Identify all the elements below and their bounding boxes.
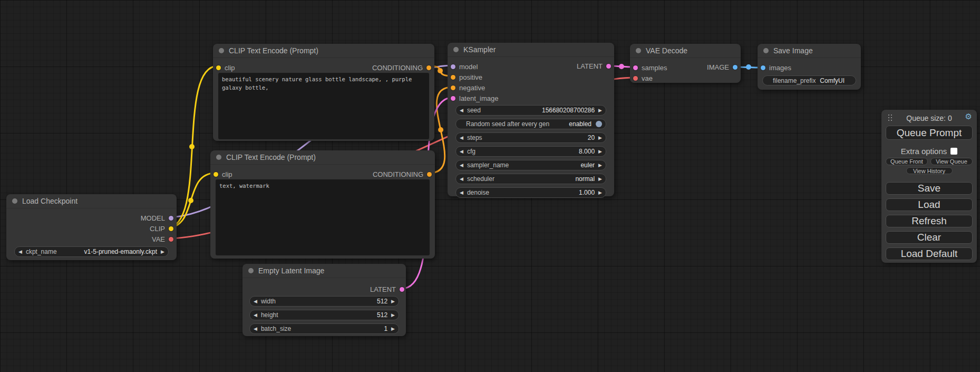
toggle-knob-icon[interactable] xyxy=(596,121,602,127)
queue-prompt-button[interactable]: Queue Prompt xyxy=(886,126,973,140)
node-title-bar[interactable]: Save Image xyxy=(758,44,861,58)
node-empty-latent-image[interactable]: Empty Latent Image LATENT ◀ width 512 ▶ … xyxy=(242,264,406,336)
random-seed-toggle-widget[interactable]: Random seed after every gen enabled xyxy=(455,119,606,129)
gear-icon[interactable]: ⚙ xyxy=(965,112,972,121)
node-clip-text-encode-positive[interactable]: CLIP Text Encode (Prompt) clip CONDITION… xyxy=(213,44,434,141)
widget-value: 1.000 xyxy=(579,189,595,196)
collapse-dot-icon[interactable] xyxy=(453,47,459,52)
node-title-bar[interactable]: VAE Decode xyxy=(630,44,741,58)
node-graph-canvas[interactable]: Load Checkpoint MODEL CLIP VAE ◀ ckpt_na… xyxy=(0,0,980,372)
increment-arrow-icon[interactable]: ▶ xyxy=(161,250,164,254)
latent-image-input-dot[interactable] xyxy=(451,96,455,101)
scheduler-widget[interactable]: ◀ scheduler normal ▶ xyxy=(455,174,606,184)
decrement-arrow-icon[interactable]: ◀ xyxy=(254,313,257,318)
widget-value: enabled xyxy=(569,120,591,128)
view-queue-button[interactable]: View Queue xyxy=(930,158,973,165)
ckpt-name-widget[interactable]: ◀ ckpt_name v1-5-pruned-emaonly.ckpt ▶ xyxy=(14,246,169,257)
batch-size-widget[interactable]: ◀ batch_size 1 ▶ xyxy=(249,323,399,334)
clip-output-dot[interactable] xyxy=(169,226,173,231)
increment-arrow-icon[interactable]: ▶ xyxy=(598,136,602,140)
link-midpoint-dot[interactable] xyxy=(188,198,193,203)
sampler-name-widget[interactable]: ◀ sampler_name euler ▶ xyxy=(455,160,606,170)
positive-input-dot[interactable] xyxy=(451,75,455,80)
node-title: Save Image xyxy=(773,46,813,55)
node-clip-text-encode-negative[interactable]: CLIP Text Encode (Prompt) clip CONDITION… xyxy=(210,150,435,259)
input-slot-clip: clip xyxy=(216,64,235,72)
height-widget[interactable]: ◀ height 512 ▶ xyxy=(249,310,399,320)
input-label: images xyxy=(769,64,791,72)
increment-arrow-icon[interactable]: ▶ xyxy=(391,327,395,331)
decrement-arrow-icon[interactable]: ◀ xyxy=(460,136,463,140)
conditioning-output-dot[interactable] xyxy=(426,65,431,70)
model-output-dot[interactable] xyxy=(169,216,173,221)
seed-widget[interactable]: ◀ seed 156680208700286 ▶ xyxy=(455,105,606,116)
collapse-dot-icon[interactable] xyxy=(12,198,17,204)
link-midpoint-dot[interactable] xyxy=(438,127,443,132)
save-button[interactable]: Save xyxy=(886,182,973,195)
node-save-image[interactable]: Save Image images filename_prefix ComfyU… xyxy=(758,44,861,90)
collapse-dot-icon[interactable] xyxy=(636,48,641,53)
vae-input-dot[interactable] xyxy=(633,76,638,81)
steps-widget[interactable]: ◀ steps 20 ▶ xyxy=(455,132,606,143)
width-widget[interactable]: ◀ width 512 ▶ xyxy=(249,296,399,307)
prompt-text-area[interactable]: text, watermark xyxy=(216,179,430,255)
prompt-text-area[interactable]: beautiful scenery nature glass bottle la… xyxy=(218,73,429,139)
model-input-dot[interactable] xyxy=(451,64,455,69)
clip-input-dot[interactable] xyxy=(216,65,221,70)
increment-arrow-icon[interactable]: ▶ xyxy=(391,299,395,304)
filename-prefix-widget[interactable]: filename_prefix ComfyUI xyxy=(762,75,856,85)
collapse-dot-icon[interactable] xyxy=(763,48,769,53)
decrement-arrow-icon[interactable]: ◀ xyxy=(460,108,463,113)
node-ksampler[interactable]: KSampler LATENT model positive negative … xyxy=(448,43,614,196)
output-slot-model: MODEL xyxy=(6,213,177,223)
clip-input-dot[interactable] xyxy=(214,172,218,177)
increment-arrow-icon[interactable]: ▶ xyxy=(598,177,602,182)
increment-arrow-icon[interactable]: ▶ xyxy=(598,149,602,154)
decrement-arrow-icon[interactable]: ◀ xyxy=(460,149,463,154)
collapse-dot-icon[interactable] xyxy=(216,155,221,160)
clear-button[interactable]: Clear xyxy=(886,231,973,244)
extra-options-checkbox[interactable] xyxy=(950,148,957,155)
extra-options-label: Extra options xyxy=(901,147,947,156)
conditioning-output-dot[interactable] xyxy=(427,172,432,177)
increment-arrow-icon[interactable]: ▶ xyxy=(598,190,602,195)
decrement-arrow-icon[interactable]: ◀ xyxy=(254,299,257,304)
node-title-bar[interactable]: CLIP Text Encode (Prompt) xyxy=(213,44,434,58)
vae-output-dot[interactable] xyxy=(169,237,173,242)
link-midpoint-dot[interactable] xyxy=(746,64,751,70)
cfg-widget[interactable]: ◀ cfg 8.000 ▶ xyxy=(455,146,606,157)
image-output-dot[interactable] xyxy=(733,65,738,70)
samples-input-dot[interactable] xyxy=(633,65,638,70)
widget-label: steps xyxy=(467,134,482,141)
increment-arrow-icon[interactable]: ▶ xyxy=(598,163,602,168)
increment-arrow-icon[interactable]: ▶ xyxy=(391,313,395,318)
load-button[interactable]: Load xyxy=(886,198,973,211)
refresh-button[interactable]: Refresh xyxy=(886,215,973,227)
link-midpoint-dot[interactable] xyxy=(438,68,443,73)
node-vae-decode[interactable]: VAE Decode IMAGE samples vae xyxy=(630,44,741,83)
node-title-bar[interactable]: CLIP Text Encode (Prompt) xyxy=(210,150,435,165)
decrement-arrow-icon[interactable]: ◀ xyxy=(460,177,463,182)
node-title-bar[interactable]: KSampler xyxy=(448,43,614,57)
node-title-bar[interactable]: Empty Latent Image xyxy=(242,264,406,278)
latent-output-dot[interactable] xyxy=(400,287,404,292)
collapse-dot-icon[interactable] xyxy=(219,48,224,53)
decrement-arrow-icon[interactable]: ◀ xyxy=(254,327,257,331)
images-input-dot[interactable] xyxy=(761,65,765,70)
queue-front-button[interactable]: Queue Front xyxy=(886,158,928,165)
latent-output-dot[interactable] xyxy=(606,64,611,69)
collapse-dot-icon[interactable] xyxy=(248,268,254,273)
view-history-button[interactable]: View History xyxy=(906,167,953,174)
denoise-widget[interactable]: ◀ denoise 1.000 ▶ xyxy=(455,187,606,198)
negative-input-dot[interactable] xyxy=(451,85,455,90)
node-load-checkpoint[interactable]: Load Checkpoint MODEL CLIP VAE ◀ ckpt_na… xyxy=(6,194,177,260)
decrement-arrow-icon[interactable]: ◀ xyxy=(460,163,463,168)
link-midpoint-dot[interactable] xyxy=(189,144,195,149)
decrement-arrow-icon[interactable]: ◀ xyxy=(460,190,463,195)
widget-value: euler xyxy=(580,161,595,169)
node-title-bar[interactable]: Load Checkpoint xyxy=(6,194,177,208)
load-default-button[interactable]: Load Default xyxy=(886,247,973,260)
increment-arrow-icon[interactable]: ▶ xyxy=(598,108,602,113)
link-midpoint-dot[interactable] xyxy=(619,64,624,69)
decrement-arrow-icon[interactable]: ◀ xyxy=(18,250,22,254)
